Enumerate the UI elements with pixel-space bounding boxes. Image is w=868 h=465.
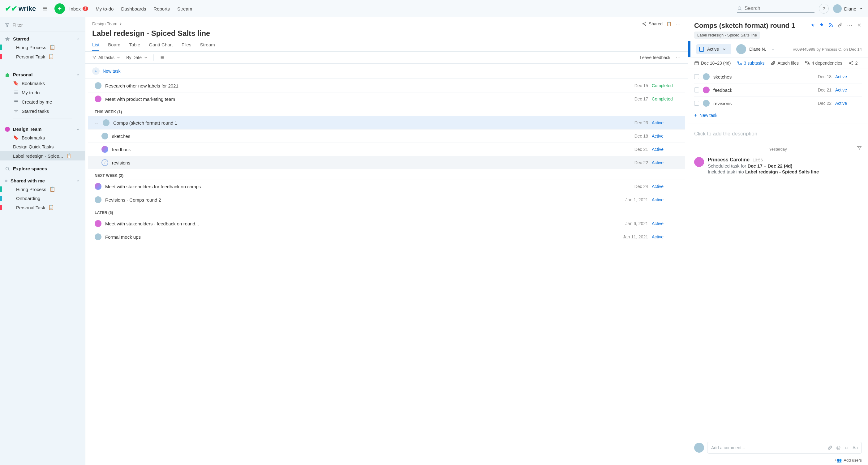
task-row[interactable]: Formal mock upsJan 11, 2021Active bbox=[88, 230, 685, 243]
filter-tasks[interactable]: All tasks bbox=[92, 55, 121, 60]
dates-chip[interactable]: Dec 18–23 (4d) bbox=[694, 61, 731, 66]
dependencies[interactable]: 4 dependencies bbox=[805, 61, 842, 66]
nav-dashboards[interactable]: Dashboards bbox=[121, 6, 146, 11]
clipboard-icon[interactable]: 📋 bbox=[666, 21, 672, 26]
sidebar-item[interactable]: Hiring Process 📋 bbox=[0, 43, 85, 52]
shared-button[interactable]: Shared bbox=[642, 21, 662, 26]
new-task-button[interactable]: +New task bbox=[92, 67, 121, 75]
breadcrumb[interactable]: Design Team bbox=[92, 21, 123, 26]
sidebar-item-starred[interactable]: ☆Starred tasks bbox=[0, 106, 85, 115]
chevron-down-icon bbox=[76, 73, 80, 77]
checkbox-icon[interactable] bbox=[694, 101, 699, 106]
new-subtask-button[interactable]: +New task bbox=[694, 110, 862, 121]
sidebar-item[interactable]: Personal Task 📋 bbox=[0, 52, 85, 61]
comment-input[interactable]: Add a comment... @ ☺ Aa bbox=[707, 442, 862, 454]
subtask-row[interactable]: sketchesDec 18Active bbox=[694, 70, 862, 84]
add-users-icon: +👥 bbox=[835, 458, 842, 463]
task-title[interactable]: Comps (sketch format) round 1 bbox=[694, 22, 795, 30]
task-row[interactable]: ✓revisionsDec 22Active bbox=[88, 156, 685, 169]
menu-button[interactable] bbox=[40, 4, 50, 13]
emoji-icon[interactable]: ☺ bbox=[844, 445, 849, 450]
add-tag-button[interactable]: + bbox=[761, 32, 766, 37]
sidebar-section-starred[interactable]: Starred bbox=[0, 35, 85, 43]
global-search[interactable] bbox=[737, 4, 814, 13]
share-count[interactable]: 2 bbox=[848, 61, 858, 66]
task-row[interactable]: Meet with stakeholders - feedback on rou… bbox=[88, 217, 685, 230]
sidebar-item[interactable]: Personal Task 📋 bbox=[0, 203, 85, 212]
task-row[interactable]: Revisions - Comps round 2Jan 1, 2021Acti… bbox=[88, 193, 685, 206]
sidebar-explore[interactable]: Explore spaces bbox=[0, 165, 85, 172]
detail-panel: Comps (sketch format) round 1 ★ ⋯ Label … bbox=[688, 17, 868, 465]
tab-list[interactable]: List bbox=[92, 39, 99, 51]
attach-files[interactable]: Attach files bbox=[771, 61, 798, 66]
nav-reports[interactable]: Reports bbox=[153, 6, 170, 11]
parent-tag[interactable]: Label redesign - Spiced Salts line bbox=[694, 32, 760, 39]
checkbox-icon[interactable] bbox=[694, 88, 699, 93]
assignee[interactable]: Diane N. bbox=[736, 44, 766, 54]
svg-line-14 bbox=[644, 23, 645, 24]
sidebar-item[interactable]: Onboarding bbox=[0, 194, 85, 203]
add-assignee-button[interactable]: + bbox=[772, 47, 774, 52]
task-row[interactable]: Meet with product marketing teamDec 17Co… bbox=[88, 92, 685, 105]
expand-toggle[interactable] bbox=[159, 55, 164, 60]
tab-gantt[interactable]: Gantt Chart bbox=[149, 39, 173, 51]
tab-table[interactable]: Table bbox=[129, 39, 140, 51]
help-button[interactable]: ? bbox=[819, 4, 829, 13]
user-menu[interactable]: Diane bbox=[833, 4, 863, 13]
close-icon[interactable] bbox=[857, 23, 862, 28]
svg-rect-31 bbox=[808, 63, 809, 65]
create-button[interactable] bbox=[55, 3, 65, 14]
sidebar-section-shared[interactable]: Shared with me bbox=[0, 177, 85, 185]
more-icon[interactable]: ⋯ bbox=[675, 21, 681, 27]
checkbox-icon[interactable] bbox=[694, 74, 699, 79]
chevron-down-icon bbox=[76, 179, 80, 183]
sidebar-item-todo[interactable]: ☰My to-do bbox=[0, 88, 85, 97]
chevron-down-icon[interactable]: ⌄ bbox=[95, 120, 99, 125]
nav-stream[interactable]: Stream bbox=[177, 6, 192, 11]
text-format-icon[interactable]: Aa bbox=[852, 445, 858, 450]
nav-inbox[interactable]: Inbox2 bbox=[69, 6, 88, 11]
subtask-row[interactable]: revisionsDec 22Active bbox=[694, 97, 862, 110]
description-placeholder[interactable]: Click to add the description bbox=[688, 123, 868, 144]
pin-icon[interactable] bbox=[819, 23, 824, 28]
leave-feedback[interactable]: Leave feedback bbox=[640, 55, 670, 60]
status-selector[interactable]: Active bbox=[696, 44, 731, 54]
activity-filter-button[interactable] bbox=[857, 145, 862, 151]
nav-todo[interactable]: My to-do bbox=[96, 6, 114, 11]
more-icon[interactable]: ⋯ bbox=[675, 54, 681, 61]
task-row[interactable]: sketchesDec 18Active bbox=[88, 129, 685, 142]
task-row-selected[interactable]: ⌄Comps (sketch format) round 1Dec 23Acti… bbox=[88, 116, 685, 129]
tab-files[interactable]: Files bbox=[182, 39, 191, 51]
sidebar-item-bookmarks[interactable]: 🔖Bookmarks bbox=[0, 78, 85, 88]
sidebar-item[interactable]: Hiring Process 📋 bbox=[0, 185, 85, 194]
tab-stream[interactable]: Stream bbox=[200, 39, 215, 51]
search-input[interactable] bbox=[745, 6, 814, 11]
add-users-button[interactable]: +👥Add users bbox=[688, 457, 868, 465]
svg-point-33 bbox=[849, 63, 850, 64]
chevron-down-icon bbox=[144, 55, 148, 60]
subtasks-link[interactable]: 3 subtasks bbox=[737, 61, 765, 66]
sidebar-item-created[interactable]: ☰Created by me bbox=[0, 97, 85, 106]
sidebar-item[interactable]: Design Quick Tasks bbox=[0, 142, 85, 151]
more-icon[interactable]: ⋯ bbox=[847, 22, 852, 28]
sidebar-section-personal[interactable]: Personal bbox=[0, 71, 85, 78]
task-row[interactable]: Meet with stakeholders for feedback on c… bbox=[88, 179, 685, 193]
task-row[interactable]: Research other new labels for 2021Dec 15… bbox=[88, 79, 685, 92]
mention-icon[interactable]: @ bbox=[836, 445, 840, 450]
sort-tasks[interactable]: By Date bbox=[126, 55, 148, 60]
check-circle-icon[interactable]: ✓ bbox=[101, 159, 108, 166]
link-icon[interactable] bbox=[838, 23, 843, 28]
rss-icon[interactable] bbox=[828, 23, 833, 28]
tab-board[interactable]: Board bbox=[108, 39, 120, 51]
assignee-avatar bbox=[95, 96, 101, 102]
assignee-avatar bbox=[95, 220, 101, 227]
sidebar-section-design[interactable]: Design Team bbox=[0, 125, 85, 133]
assignee-avatar bbox=[101, 133, 108, 139]
sidebar-filter-input[interactable] bbox=[12, 21, 80, 29]
subtask-row[interactable]: feedbackDec 21Active bbox=[694, 84, 862, 97]
star-icon[interactable]: ★ bbox=[811, 23, 815, 28]
paperclip-icon[interactable] bbox=[828, 445, 832, 450]
sidebar-item-bookmarks[interactable]: 🔖Bookmarks bbox=[0, 133, 85, 142]
task-row[interactable]: feedbackDec 21Active bbox=[88, 142, 685, 156]
sidebar-item-active[interactable]: Label redesign - Spice... 📋 bbox=[0, 151, 85, 161]
